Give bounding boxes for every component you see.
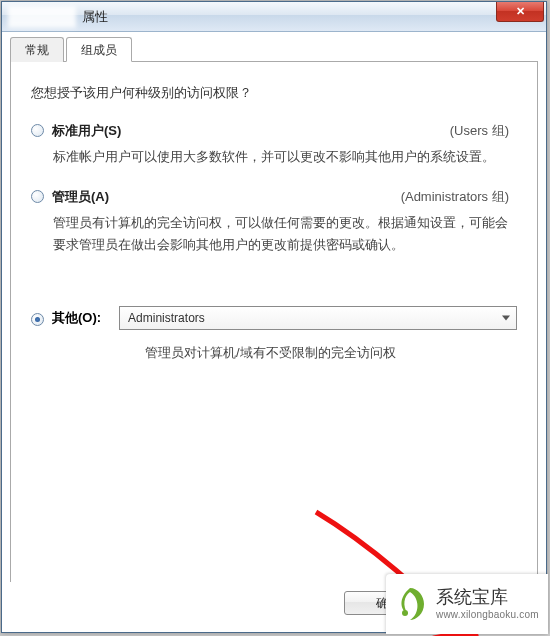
radio-administrator[interactable] [31, 190, 44, 203]
close-button[interactable]: ✕ [496, 2, 544, 22]
option-other[interactable]: 其他(O): Administrators [31, 306, 517, 330]
tab-members[interactable]: 组成员 [66, 37, 132, 62]
title-blur-overlay [8, 6, 76, 28]
watermark-title: 系统宝库 [436, 587, 539, 609]
other-group-combobox[interactable]: Administrators [119, 306, 517, 330]
desc-standard-user: 标准帐户用户可以使用大多数软件，并可以更改不影响其他用户的系统设置。 [53, 146, 509, 168]
watermark: 系统宝库 www.xilongbaoku.com [386, 574, 548, 634]
watermark-url: www.xilongbaoku.com [436, 609, 539, 621]
svg-point-0 [402, 610, 408, 616]
close-icon: ✕ [516, 5, 525, 18]
desc-other: 管理员对计算机/域有不受限制的完全访问权 [145, 344, 517, 362]
option-standard-user[interactable]: 标准用户(S) (Users 组) [31, 122, 517, 140]
chevron-down-icon [502, 316, 510, 321]
option-administrator[interactable]: 管理员(A) (Administrators 组) [31, 188, 517, 206]
radio-standard-user[interactable] [31, 124, 44, 137]
label-standard-user: 标准用户(S) [52, 122, 121, 140]
tab-panel-members: 您想授予该用户何种级别的访问权限？ 标准用户(S) (Users 组) 标准帐户… [10, 62, 538, 602]
access-level-prompt: 您想授予该用户何种级别的访问权限？ [31, 84, 517, 102]
desc-administrator: 管理员有计算机的完全访问权，可以做任何需要的更改。根据通知设置，可能会要求管理员… [53, 212, 509, 256]
label-administrator: 管理员(A) [52, 188, 109, 206]
client-area: 常规 组成员 您想授予该用户何种级别的访问权限？ 标准用户(S) (Users … [10, 36, 538, 624]
label-other: 其他(O): [52, 309, 101, 327]
watermark-logo-icon [390, 584, 430, 624]
other-group-value: Administrators [128, 311, 205, 325]
properties-dialog: 属性 ✕ 常规 组成员 您想授予该用户何种级别的访问权限？ 标准用户(S) (U… [1, 1, 547, 633]
group-hint-standard: (Users 组) [450, 122, 517, 140]
group-hint-admin: (Administrators 组) [401, 188, 517, 206]
tab-general[interactable]: 常规 [10, 37, 64, 62]
tab-strip: 常规 组成员 [10, 36, 538, 62]
titlebar[interactable]: 属性 ✕ [2, 2, 546, 32]
radio-other[interactable] [31, 313, 44, 326]
